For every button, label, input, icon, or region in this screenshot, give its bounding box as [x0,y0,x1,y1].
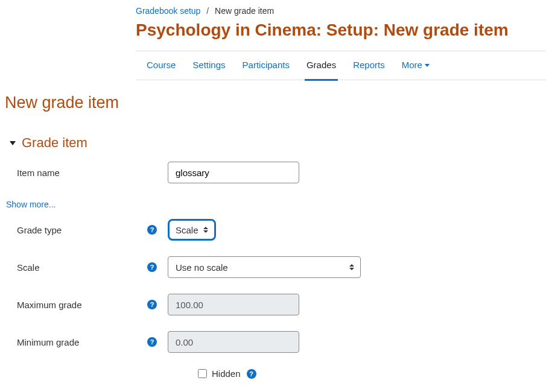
row-scale: Scale ? Use no scale [5,256,546,278]
form-grade-item: Item name Show more... Grade type ? Scal… [0,162,546,392]
select-arrows-icon [349,264,354,270]
scale-select[interactable]: Use no scale [168,256,361,278]
group-toggle-grade-item[interactable]: Grade item [10,135,546,151]
group-heading: Grade item [22,135,87,151]
tab-course[interactable]: Course [147,60,176,71]
help-icon[interactable]: ? [147,225,157,235]
tab-more-label: More [402,60,422,70]
label-item-name: Item name [17,168,60,178]
min-grade-field [168,331,299,353]
select-arrows-icon [203,227,208,233]
breadcrumb: Gradebook setup / New grade item [136,6,546,16]
row-min-grade: Minimum grade ? [5,331,546,353]
item-name-field[interactable] [168,162,299,183]
row-hidden: Hidden ? [198,368,546,379]
help-icon[interactable]: ? [147,300,157,309]
label-scale: Scale [17,262,40,273]
tab-reports[interactable]: Reports [353,60,385,71]
row-item-name: Item name [5,162,546,183]
tab-more[interactable]: More [402,60,430,71]
hidden-checkbox[interactable] [198,369,207,378]
row-max-grade: Maximum grade ? [5,294,546,315]
chevron-down-icon [425,64,430,67]
breadcrumb-current: New grade item [215,6,274,16]
help-icon[interactable]: ? [247,369,256,379]
section-heading: New grade item [5,93,546,112]
grade-type-value: Scale [176,225,198,235]
show-more-link[interactable]: Show more... [6,200,56,209]
help-icon[interactable]: ? [147,262,157,272]
tab-bar: Course Settings Participants Grades Repo… [136,51,546,80]
scale-value: Use no scale [176,262,228,273]
help-icon[interactable]: ? [147,337,157,347]
tab-grades[interactable]: Grades [306,60,336,71]
tab-participants[interactable]: Participants [243,60,290,71]
chevron-down-icon [10,141,16,145]
breadcrumb-link-parent[interactable]: Gradebook setup [136,6,200,16]
label-min-grade: Minimum grade [17,337,79,347]
label-max-grade: Maximum grade [17,300,82,310]
grade-type-select[interactable]: Scale [168,219,216,241]
row-grade-type: Grade type ? Scale [5,219,546,241]
label-grade-type: Grade type [17,225,62,235]
max-grade-field [168,294,299,315]
tab-settings[interactable]: Settings [192,60,225,71]
page-title: Psychology in Cinema: Setup: New grade i… [136,21,546,40]
breadcrumb-separator: / [206,6,209,16]
label-hidden[interactable]: Hidden [212,368,241,379]
